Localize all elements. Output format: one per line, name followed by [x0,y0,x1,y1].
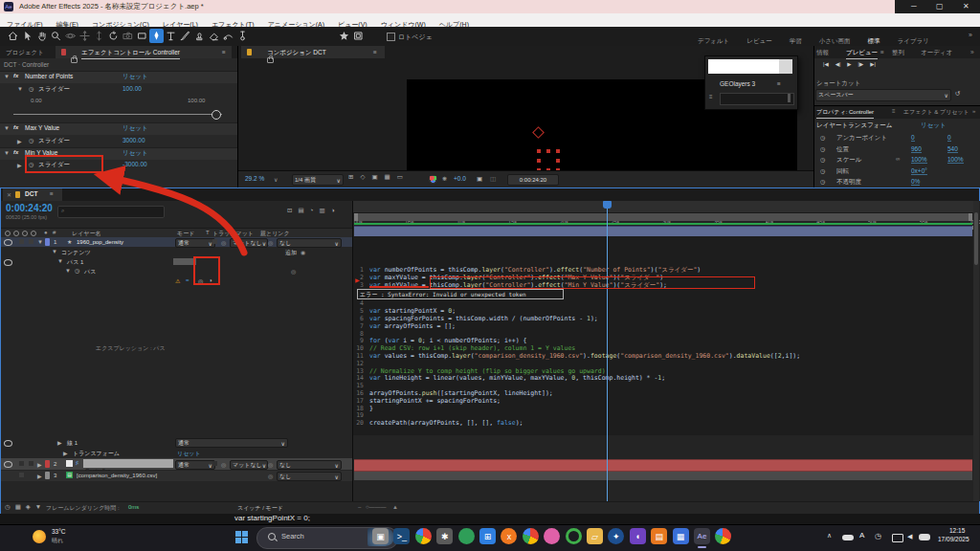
disclosure-triangle-icon[interactable]: ▶ [17,138,22,144]
solo-box[interactable] [19,461,24,466]
selection-handle[interactable] [537,159,541,163]
panel-menu-icon[interactable]: ≡ [222,49,226,55]
zoom-in-icon[interactable]: ▲ [392,504,398,510]
eye-icon[interactable] [4,239,12,246]
slider-property-label[interactable]: スライダー [38,137,70,145]
orbit-tool-icon[interactable] [63,29,78,43]
disclosure-triangle-icon[interactable]: ▼ [4,125,10,131]
label-chip-red[interactable] [45,460,50,468]
slider-knob[interactable] [212,110,221,120]
quality-dropdown[interactable]: 1/4 画質∨ [292,174,344,186]
controller-layer-bar[interactable] [354,459,972,472]
home-icon[interactable] [6,29,20,43]
lock-box[interactable] [29,239,33,244]
tab-project[interactable]: プロジェクト [6,49,44,57]
stopwatch-icon[interactable]: ◷ [29,85,33,92]
disclosure-triangle-icon[interactable]: ▶ [37,461,42,468]
transform-value[interactable]: 0 [911,134,915,142]
stopwatch-icon[interactable]: ◷ [820,178,825,185]
code-line[interactable]: var values = thisComp.layer("comparison_… [369,353,800,361]
file-explorer-icon[interactable]: ▱ [587,528,603,544]
selection-handle[interactable] [556,159,560,163]
shortcut-dropdown[interactable]: スペースバー∨ [815,89,951,101]
geolayers-menu-icon[interactable]: ≡ [777,80,781,87]
code-line[interactable]: createPath(arrayOfPoints, [], [], false)… [369,420,523,428]
workspace-overflow-icon[interactable]: » [969,32,972,38]
selection-handle[interactable] [546,149,550,153]
onedrive-cloud-icon[interactable] [842,535,854,540]
tab-整列[interactable]: 整列 [892,49,904,57]
scrollbar-thumb[interactable] [974,212,978,265]
disclosure-triangle-icon[interactable]: ▶ [37,473,42,479]
globe-icon[interactable] [458,528,475,544]
language-indicator[interactable]: A [859,531,864,540]
reset-link[interactable]: リセット [122,73,148,81]
path-label[interactable]: パス [84,268,96,276]
resolution-icon[interactable]: ❋ [442,175,447,182]
eraser-tool-icon[interactable] [207,29,221,43]
layer-name[interactable]: [comparison_density_1960.csv] [77,473,157,478]
geolayers-list-box[interactable] [720,93,794,105]
timeline-tab-label[interactable]: DCT [25,190,37,197]
prev-frame-button[interactable]: ◀| [835,61,841,67]
ring-app-icon[interactable] [566,528,582,544]
monitor-tray-icon[interactable] [892,534,903,542]
code-line[interactable]: } [369,406,373,413]
frame-blend-icon[interactable]: ▥ [320,207,325,214]
mask-visibility-icon[interactable]: ◇ [360,173,365,181]
t-toggle[interactable] [212,461,217,466]
right-tabs2-overflow-icon[interactable]: » [972,108,975,114]
snapshot-camera-icon[interactable]: ▣ [477,175,482,183]
solo-box[interactable] [19,473,24,477]
settings-icon[interactable]: ✱ [436,528,453,544]
workspace-tab[interactable]: デフォルト [698,37,729,46]
list-icon[interactable]: ≡ [709,94,713,99]
transform-value[interactable]: 960 [911,145,922,153]
parent-dropdown[interactable]: なし∨ [277,238,342,248]
viewer-timecode[interactable]: 0:00:24:20 [507,174,559,186]
effect-name[interactable]: Number of Points [25,73,73,79]
mode-dropdown[interactable]: 通常∨ [175,460,215,470]
label-chip-orange[interactable] [247,49,252,55]
preview-menu-icon[interactable]: ≡ [880,49,884,55]
disclosure-triangle-icon[interactable]: ▶ [63,450,68,456]
volume-icon[interactable]: ◀ [907,533,912,540]
region-of-interest-icon[interactable]: ▣ [371,173,377,181]
shy-icon[interactable]: ◔ [310,207,314,214]
hand-tool-icon[interactable] [34,29,49,43]
in-out-icon[interactable]: ◈ [26,503,31,511]
zoom-tool-icon[interactable] [49,29,63,43]
minimize-button[interactable]: ─ [911,2,917,11]
tab-オーディオ[interactable]: オーディオ [921,49,952,57]
tab-properties[interactable]: プロパティ: Controller [816,108,874,119]
layer-name-edit-field[interactable]: Controller [83,459,173,468]
chrome-icon[interactable] [523,528,539,544]
disclosure-triangle-icon[interactable]: ▼ [4,74,10,79]
task-view-icon[interactable]: ▣ [372,528,389,544]
transform-value[interactable]: 540 [947,145,958,153]
right-tabs-overflow-icon[interactable]: » [970,49,974,55]
time-ruler[interactable] [353,201,973,213]
add-label[interactable]: 追加 [285,249,297,257]
jump-end-button[interactable]: ▶| [870,61,876,67]
transform-value[interactable]: 0 [947,134,951,142]
rectangle-tool-icon[interactable] [135,29,149,43]
channels-icon[interactable] [429,175,437,184]
expression-enable-icon[interactable]: = [186,277,189,283]
rotobezier-checkbox[interactable] [387,33,395,41]
pan-camera-tool-icon[interactable] [78,29,92,43]
tray-date[interactable]: 17/09/2025 [938,536,969,542]
playhead-handle[interactable] [603,201,612,209]
properties-menu-icon[interactable]: ≡ [892,108,896,114]
calculator-icon[interactable]: ▦ [673,528,689,544]
link-icon[interactable]: ∞ [896,156,900,162]
mask-box-icon[interactable] [351,29,366,43]
tray-time[interactable]: 12:15 [949,527,965,534]
dolly-tool-icon[interactable] [92,29,106,43]
label-chip-gray[interactable] [45,472,50,479]
disclosure-triangle-icon[interactable]: ▼ [17,86,23,92]
matte-dropdown[interactable]: マットなし∨ [230,460,268,470]
powershell-icon[interactable]: >_ [393,528,410,544]
star-tool-icon[interactable] [337,29,351,43]
chevron-down-icon[interactable]: ∨ [274,176,278,183]
